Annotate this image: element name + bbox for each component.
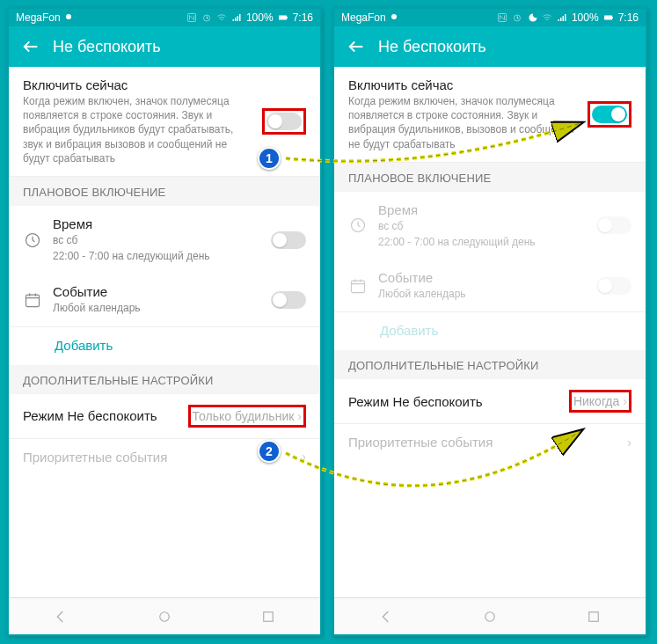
nav-recent-icon[interactable] [586,609,602,625]
nav-back-icon[interactable] [378,609,394,625]
battery-text: 100% [572,11,599,24]
mode-row[interactable]: Режим Не беспокоить Только будильник › [9,394,320,439]
battery-text: 100% [246,11,274,24]
carrier: MegaFon [16,11,61,24]
time-sub1: вс сб [53,233,260,247]
wifi-icon [542,12,552,23]
section-extra: ДОПОЛНИТЕЛЬНЫЕ НАСТРОЙКИ [9,365,320,394]
signal-icon [557,12,567,23]
svg-rect-13 [612,17,613,18]
section-schedule: ПЛАНОВОЕ ВКЛЮЧЕНИЕ [334,163,646,192]
priority-row: Приоритетные события › [334,424,646,460]
section-extra: ДОПОЛНИТЕЛЬНЫЕ НАСТРОЙКИ [334,350,646,379]
priority-title: Приоритетные события [23,450,291,465]
section-schedule: ПЛАНОВОЕ ВКЛЮЧЕНИЕ [9,177,320,206]
enable-toggle[interactable] [266,113,302,130]
event-row: Событие Любой календарь [334,260,646,312]
battery-icon [278,12,288,23]
alarm-icon [512,12,522,23]
time-sub2: 22:00 - 7:00 на следующий день [53,249,260,263]
annotation-badge-2: 2 [258,440,281,463]
time-title: Время [378,202,586,217]
time-toggle[interactable] [271,231,306,249]
time-title: Время [53,216,260,231]
annotation-badge-1: 1 [258,147,281,170]
mode-title: Режим Не беспокоить [23,408,178,423]
event-toggle [596,277,631,295]
calendar-icon [23,291,42,309]
add-link[interactable]: Добавить [9,327,320,365]
search-icon [64,12,75,23]
highlight-frame-toggle [262,108,306,135]
event-sub: Любой календарь [53,301,260,315]
chevron-right-icon: › [302,450,306,464]
nav-home-icon[interactable] [157,609,172,625]
svg-rect-3 [279,16,287,20]
svg-rect-17 [589,611,599,621]
chevron-right-icon: › [627,435,631,450]
enable-title: Включить сейчас [348,77,577,92]
wifi-icon [216,12,227,23]
title-bar: Не беспокоить [9,26,320,67]
title-bar: Не беспокоить [334,26,646,67]
page-title: Не беспокоить [378,38,486,56]
svg-point-0 [66,14,71,19]
priority-title: Приоритетные события [348,435,617,450]
time-sub1: вс сб [378,219,586,233]
event-sub: Любой календарь [378,287,586,301]
time-text: 7:16 [618,11,639,24]
nav-bar [9,597,320,634]
time-toggle [596,216,631,234]
clock-icon [23,231,42,249]
nfc-icon [497,12,507,23]
chevron-right-icon: › [297,409,302,423]
time-row[interactable]: Время вс сб 22:00 - 7:00 на следующий де… [9,206,320,274]
time-sub2: 22:00 - 7:00 на следующий день [378,235,586,249]
page-title: Не беспокоить [53,38,161,56]
mode-title: Режим Не беспокоить [348,394,558,409]
calendar-icon [348,277,368,295]
event-toggle[interactable] [271,291,306,309]
svg-rect-4 [287,17,288,18]
highlight-frame-toggle [588,101,631,128]
clock-icon [348,216,368,234]
highlight-frame-mode: Только будильник › [188,405,306,428]
status-bar: MegaFon 100% 7:16 [9,9,320,26]
svg-rect-15 [352,281,365,292]
chevron-right-icon: › [623,394,627,408]
event-title: Событие [53,284,260,299]
back-icon[interactable] [347,37,366,56]
svg-rect-6 [26,295,40,306]
svg-point-16 [485,611,495,621]
phone-left: MegaFon 100% 7:16 Не беспокоить Включить… [7,7,322,636]
enable-desc: Когда режим включен, значок полумесяца п… [348,94,577,151]
signal-icon [231,12,242,23]
enable-now-row[interactable]: Включить сейчас Когда режим включен, зна… [334,67,646,163]
mode-value: Только будильник [193,409,295,423]
svg-point-7 [160,611,170,621]
event-row[interactable]: Событие Любой календарь [9,274,320,326]
mode-value: Никогда [573,394,619,408]
nav-back-icon[interactable] [53,609,69,625]
mode-row[interactable]: Режим Не беспокоить Никогда › [334,379,646,424]
battery-icon [603,12,614,23]
status-bar: MegaFon 100% 7:16 [334,9,646,26]
svg-point-9 [391,14,397,19]
alarm-icon [201,12,212,23]
svg-rect-8 [264,611,274,621]
nav-bar [334,597,646,634]
dnd-moon-icon [527,12,537,23]
search-icon [390,12,400,23]
add-link: Добавить [334,312,646,350]
enable-title: Включить сейчас [23,77,252,92]
time-row: Время вс сб 22:00 - 7:00 на следующий де… [334,192,646,260]
time-text: 7:16 [293,11,313,24]
highlight-frame-mode: Никогда › [569,390,631,413]
nfc-icon [186,12,197,23]
back-icon[interactable] [21,37,40,56]
event-title: Событие [378,270,586,285]
enable-toggle[interactable] [592,106,627,123]
enable-desc: Когда режим включен, значок полумесяца п… [23,94,252,165]
nav-home-icon[interactable] [482,609,498,625]
nav-recent-icon[interactable] [260,609,276,625]
